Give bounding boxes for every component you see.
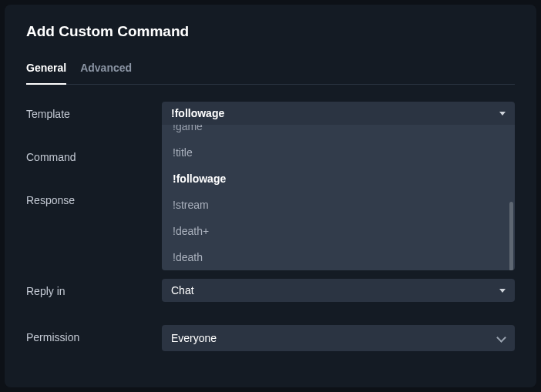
row-permission: Permission Everyone xyxy=(26,325,515,362)
chevron-down-icon xyxy=(499,289,506,293)
permission-value: Everyone xyxy=(171,332,217,344)
add-command-panel: Add Custom Command General Advanced Temp… xyxy=(5,5,536,387)
reply-in-value: Chat xyxy=(171,284,194,297)
label-command: Command xyxy=(26,145,162,163)
form-rows: Template Command Response Reply in Chat xyxy=(26,102,515,362)
page-title: Add Custom Command xyxy=(26,23,515,40)
label-permission: Permission xyxy=(26,325,162,343)
label-reply-in: Reply in xyxy=(26,279,162,297)
label-response: Response xyxy=(26,188,162,206)
chevron-down-icon xyxy=(499,112,506,116)
chevron-down-icon xyxy=(496,333,506,343)
reply-in-select[interactable]: Chat xyxy=(162,279,515,302)
scrollbar-thumb[interactable] xyxy=(509,202,513,270)
template-options-list[interactable]: !game !title !followage !stream !death+ … xyxy=(162,125,515,270)
template-option-death-plus[interactable]: !death+ xyxy=(162,218,515,244)
row-reply-in: Reply in Chat xyxy=(26,279,515,316)
tab-advanced[interactable]: Advanced xyxy=(80,62,132,85)
template-option-title[interactable]: !title xyxy=(162,139,515,166)
label-template: Template xyxy=(26,102,162,120)
template-selected-value: !followage xyxy=(171,107,224,119)
tabs: General Advanced xyxy=(26,62,515,85)
template-option-death[interactable]: !death xyxy=(162,244,515,270)
template-dropdown: !followage !game !title !followage !stre… xyxy=(162,102,515,270)
template-option-game[interactable]: !game xyxy=(162,125,515,139)
template-option-stream[interactable]: !stream xyxy=(162,192,515,218)
template-select[interactable]: !followage xyxy=(162,102,515,125)
permission-select[interactable]: Everyone xyxy=(162,325,515,351)
tab-general[interactable]: General xyxy=(26,62,66,85)
template-option-followage[interactable]: !followage xyxy=(162,166,515,192)
